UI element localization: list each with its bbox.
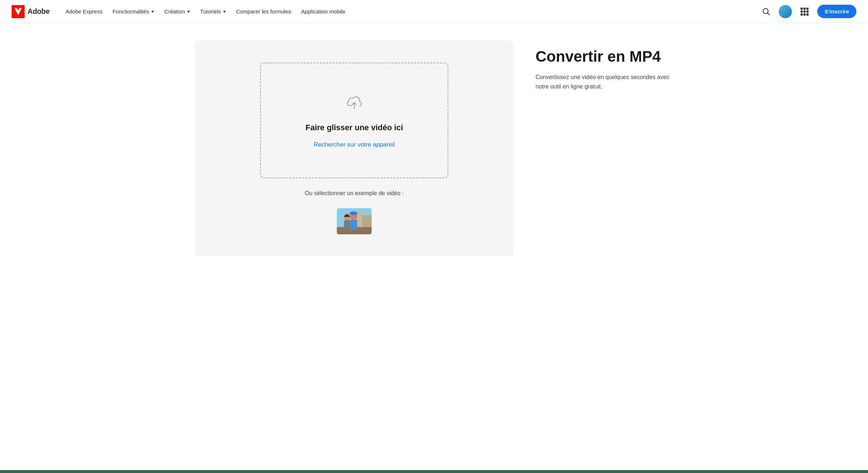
nav-link-mobile[interactable]: Application mobile [297,5,350,17]
example-thumbnail[interactable] [337,208,372,234]
upload-cloud-icon [344,92,364,114]
nav-right-actions: S'inscrire [759,5,856,18]
nav-link-comparer[interactable]: Comparer les formules [232,5,295,17]
search-icon [762,8,770,16]
avatar-image [779,5,792,18]
svg-rect-8 [344,220,350,230]
nav-link-tutoriels[interactable]: Tutoriels [196,5,230,17]
svg-line-2 [768,13,770,15]
footer-bar [0,470,868,473]
chevron-down-icon [187,11,190,13]
drop-text: Faire glisser une vidéo ici [306,123,403,132]
nav-links: Adobe Express Fonctionnalités Création T… [61,5,760,17]
svg-point-11 [350,211,357,215]
svg-rect-10 [350,220,357,230]
main-content: Faire glisser une vidéo ici Rechercher s… [180,23,688,273]
upload-panel: Faire glisser une vidéo ici Rechercher s… [195,41,514,256]
adobe-brand-text: Adobe [28,7,50,16]
thumbnail-image [337,208,372,234]
page-description: Convertissez une vidéo en quelques secon… [536,73,673,91]
or-example-text: Ou sélectionner un exemple de vidéo : [305,190,404,197]
avatar[interactable] [779,5,792,18]
adobe-logo-icon [12,5,25,18]
nav-link-express[interactable]: Adobe Express [61,5,107,17]
adobe-logo-link[interactable]: Adobe [12,5,50,18]
grid-icon [801,8,809,16]
browse-link[interactable]: Rechercher sur votre appareil [314,141,395,148]
navbar: Adobe Adobe Express Fonctionnalités Créa… [0,0,868,23]
drop-zone[interactable]: Faire glisser une vidéo ici Rechercher s… [260,62,449,178]
info-panel: Convertir en MP4 Convertissez une vidéo … [536,41,673,256]
page-title: Convertir en MP4 [536,48,673,65]
nav-link-creation[interactable]: Création [160,5,194,17]
example-thumbnails [337,208,372,234]
search-button[interactable] [759,5,773,18]
nav-link-fonctionnalites[interactable]: Fonctionnalités [108,5,158,17]
chevron-down-icon [151,11,154,13]
apps-grid-button[interactable] [798,5,811,18]
signin-button[interactable]: S'inscrire [817,5,856,18]
chevron-down-icon [223,11,226,13]
